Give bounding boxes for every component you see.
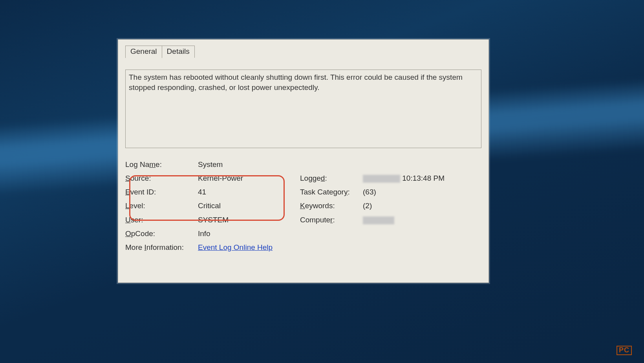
- value-task-category: (63): [363, 185, 481, 199]
- event-fields: Log Name: System Source: Kernel-Power Lo…: [125, 158, 481, 254]
- label-event-id: Event ID:: [125, 185, 198, 199]
- tab-details[interactable]: Details: [162, 46, 195, 58]
- label-logged: Logged:: [300, 171, 363, 185]
- label-opcode: OpCode:: [125, 227, 198, 240]
- label-log-name: Log Name:: [125, 158, 198, 171]
- label-keywords: Keywords:: [300, 199, 363, 213]
- redacted-computer: [363, 216, 394, 224]
- watermark: PC: [615, 346, 633, 355]
- redacted-date: [363, 175, 400, 183]
- value-computer: [363, 213, 481, 227]
- label-more-info: More Information:: [125, 240, 198, 254]
- link-event-log-online-help[interactable]: Event Log Online Help: [198, 243, 273, 251]
- value-level: Critical: [198, 199, 300, 213]
- tab-strip: General Details: [125, 45, 481, 58]
- value-event-id: 41: [198, 185, 300, 199]
- event-properties-panel: General Details The system has rebooted …: [118, 39, 489, 283]
- value-log-name: System: [198, 158, 300, 171]
- value-user: SYSTEM: [198, 213, 300, 227]
- watermark-badge: PC: [617, 346, 632, 355]
- event-description: The system has rebooted without cleanly …: [125, 70, 481, 148]
- label-computer: Computer:: [300, 213, 363, 227]
- value-more-info: Event Log Online Help: [198, 240, 300, 254]
- value-keywords: (2): [363, 199, 481, 213]
- value-opcode: Info: [198, 227, 300, 240]
- label-level: Level:: [125, 199, 198, 213]
- label-user: User:: [125, 213, 198, 227]
- label-source: Source:: [125, 171, 198, 185]
- value-source: Kernel-Power: [198, 171, 300, 185]
- value-logged: 10:13:48 PM: [363, 171, 481, 185]
- label-task-category: Task Category:: [300, 185, 363, 199]
- tab-general[interactable]: General: [125, 46, 162, 58]
